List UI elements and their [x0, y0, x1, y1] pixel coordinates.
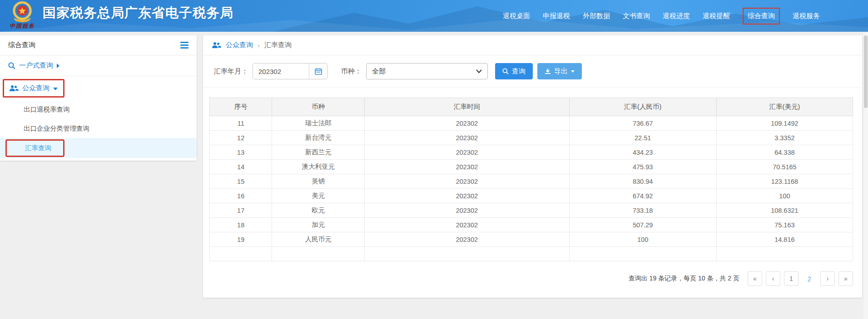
search-button-label: 查询: [512, 67, 526, 76]
pagination-first-button[interactable]: «: [748, 271, 762, 286]
currency-select[interactable]: 全部: [366, 63, 488, 79]
search-icon: [502, 68, 509, 74]
table-cell: 434.23: [569, 145, 716, 160]
table-cell: 14.816: [716, 232, 853, 247]
table-cell: 736.67: [569, 116, 716, 131]
main-panel: 公众查询 › 汇率查询 汇率年月： 币种：: [203, 35, 862, 298]
table-cell: 13: [210, 145, 272, 160]
query-form: 汇率年月： 币种： 全部: [203, 55, 862, 88]
calendar-icon: [315, 68, 322, 75]
table-cell: 108.6321: [716, 203, 853, 218]
calendar-picker-button[interactable]: [309, 64, 327, 79]
table-cell: 202302: [365, 232, 569, 247]
nav-item-declare-refund[interactable]: 申报退税: [543, 12, 570, 20]
table-cell: 109.1492: [716, 116, 853, 131]
export-button[interactable]: 导出: [537, 63, 582, 79]
table-cell: 新台湾元: [272, 131, 365, 145]
table-cell: 14: [210, 160, 272, 174]
search-icon: [8, 62, 15, 69]
sidebar-item-one-stop-query[interactable]: 一户式查询: [0, 55, 197, 76]
search-button[interactable]: 查询: [495, 63, 533, 79]
tax-bureau-logo: 中国税务: [6, 0, 38, 30]
chevron-down-icon: [476, 69, 482, 73]
breadcrumb-current: 汇率查询: [264, 41, 292, 49]
logo-caption: 中国税务: [6, 22, 38, 30]
nav-item-refund-progress[interactable]: 退税进度: [663, 12, 690, 20]
table-cell: 202302: [365, 174, 569, 189]
pagination-prev-button[interactable]: ‹: [766, 271, 780, 286]
breadcrumb-separator: ›: [258, 41, 260, 49]
table-cell: [569, 247, 716, 261]
table-header-row: 序号 币种 汇率时间 汇率(人民币) 汇率(美元): [210, 98, 853, 116]
table-row: 16美元202302674.92100: [210, 189, 853, 203]
sidebar-item-label: 一户式查询: [19, 61, 53, 70]
table-cell: 瑞士法郎: [272, 116, 365, 131]
nav-item-external-data[interactable]: 外部数据: [583, 12, 610, 20]
table-row: 19人民币元20230210014.816: [210, 232, 853, 247]
nav-item-refund-desktop[interactable]: 退税桌面: [503, 12, 530, 20]
caret-down-icon: [571, 70, 575, 73]
annotation-box-public-query: 公众查询: [3, 79, 64, 98]
table-row: 15英镑202302830.94123.1168: [210, 174, 853, 189]
table-row: 12新台湾元20230222.513.3352: [210, 131, 853, 145]
pagination-last-button[interactable]: »: [838, 271, 853, 286]
table-cell: [210, 247, 272, 261]
table-cell: 澳大利亚元: [272, 160, 365, 174]
breadcrumb-parent-link[interactable]: 公众查询: [226, 41, 253, 49]
pagination-next-button[interactable]: ›: [820, 271, 835, 286]
users-icon: [10, 85, 19, 92]
breadcrumb: 公众查询 › 汇率查询: [203, 35, 862, 55]
table-row-empty: [210, 247, 853, 261]
menu-toggle-icon[interactable]: [180, 40, 188, 50]
table-cell: 欧元: [272, 203, 365, 218]
sidebar-item-public-query[interactable]: 公众查询: [0, 76, 197, 100]
pagination: 查询出 19 条记录，每页 10 条，共 2 页 « ‹ 1 2 › »: [203, 271, 853, 286]
scrollbar-thumb[interactable]: [864, 35, 868, 108]
pagination-page-2-current[interactable]: 2: [802, 271, 817, 286]
sidebar: 综合查询 一户式查询 公众查询 出口退税率查询: [0, 35, 197, 161]
table-row: 17欧元202302733.18108.6321: [210, 203, 853, 218]
users-icon: [212, 42, 221, 49]
table-cell: 733.18: [569, 203, 716, 218]
table-cell: 11: [210, 116, 272, 131]
table-cell: 202302: [365, 131, 569, 145]
pagination-page-1-button[interactable]: 1: [784, 271, 799, 286]
download-icon: [545, 68, 551, 74]
page-scrollbar: [863, 33, 868, 319]
rate-month-input[interactable]: [253, 64, 309, 79]
column-header-currency: 币种: [272, 98, 365, 116]
nav-item-document-query[interactable]: 文书查询: [623, 12, 650, 20]
table-cell: 12: [210, 131, 272, 145]
table-cell: [365, 247, 569, 261]
table-cell: 202302: [365, 203, 569, 218]
sidebar-subitem-export-rebate-rate[interactable]: 出口退税率查询: [0, 100, 197, 119]
rate-month-label: 汇率年月：: [214, 67, 248, 76]
table-cell: 202302: [365, 116, 569, 131]
exchange-rate-table: 序号 币种 汇率时间 汇率(人民币) 汇率(美元) 11瑞士法郎20230273…: [209, 98, 853, 261]
national-tax-emblem-icon: [10, 0, 34, 23]
column-header-rate-rmb: 汇率(人民币): [569, 98, 716, 116]
table-cell: 100: [569, 232, 716, 247]
table-row: 13新西兰元202302434.2364.338: [210, 145, 853, 160]
table-cell: 70.5165: [716, 160, 853, 174]
table-cell: 507.29: [569, 218, 716, 232]
pagination-summary: 查询出 19 条记录，每页 10 条，共 2 页: [629, 275, 739, 283]
sidebar-title: 综合查询: [8, 41, 35, 49]
table-row: 11瑞士法郎202302736.67109.1492: [210, 116, 853, 131]
page-title: 国家税务总局广东省电子税务局: [43, 4, 233, 22]
table-cell: 16: [210, 189, 272, 203]
table-cell: 18: [210, 218, 272, 232]
sidebar-subitem-exchange-rate[interactable]: 汇率查询: [0, 138, 197, 158]
table-cell: [272, 247, 365, 261]
nav-item-refund-service[interactable]: 退税服务: [793, 12, 820, 20]
table-cell: 202302: [365, 160, 569, 174]
column-header-rate-usd: 汇率(美元): [716, 98, 853, 116]
nav-item-refund-reminder[interactable]: 退税提醒: [703, 12, 730, 20]
top-nav: 退税桌面 申报退税 外部数据 文书查询 退税进度 退税提醒 综合查询 退税服务: [503, 0, 820, 32]
table-cell: 830.94: [569, 174, 716, 189]
sidebar-subitem-export-enterprise-classification[interactable]: 出口企业分类管理查询: [0, 119, 197, 138]
currency-label: 币种：: [341, 67, 362, 76]
table-cell: 475.93: [569, 160, 716, 174]
table-cell: 22.51: [569, 131, 716, 145]
nav-item-comprehensive-query[interactable]: 综合查询: [743, 8, 780, 25]
